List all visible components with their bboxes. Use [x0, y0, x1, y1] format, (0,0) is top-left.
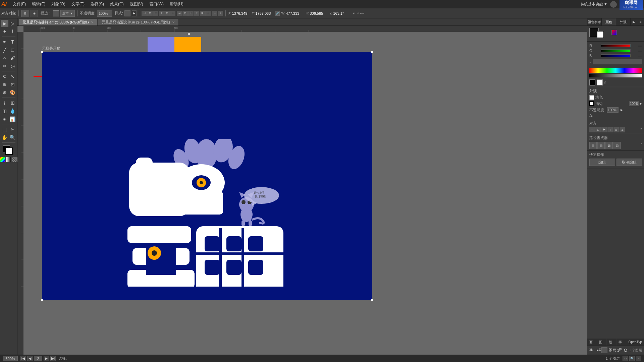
page-input[interactable] [34, 356, 42, 361]
paintbrush-tool[interactable]: 🖌 [9, 54, 16, 62]
distribute-spacing-h-btn[interactable]: ↔ [212, 11, 217, 16]
distribute-bottom-btn[interactable]: ⊥ [205, 11, 211, 16]
mesh-tool[interactable]: ⊞ [9, 99, 16, 107]
angle-dropdown[interactable]: ▼ [352, 12, 355, 15]
artboard-tool[interactable]: ⬚ [1, 126, 8, 133]
selection-mode-btn[interactable]: ⊞ [21, 10, 29, 17]
live-paint-tool[interactable]: 🎨 [9, 89, 16, 96]
g-slider[interactable] [601, 49, 631, 52]
align-b[interactable]: ⊥ [620, 127, 625, 132]
tab-panel[interactable]: 面板 [587, 339, 597, 346]
align-center-h-btn[interactable]: ⊞ [147, 11, 153, 16]
distribute-top-btn[interactable]: ⊤ [194, 11, 199, 16]
nav-first-btn[interactable]: |◀ [20, 356, 26, 361]
stroke-preview[interactable] [589, 101, 594, 106]
magic-wand-tool[interactable]: ✦ [1, 28, 8, 35]
warp-tool[interactable]: ≋ [1, 81, 8, 88]
stroke-opacity-input[interactable] [629, 101, 639, 106]
align-l[interactable]: ⊣ [589, 127, 595, 132]
hand-tool[interactable]: ✋ [1, 134, 8, 141]
shape-builder-tool[interactable]: ⊕ [1, 89, 8, 96]
pen-tool[interactable]: ✒ [1, 38, 8, 46]
panel-expand-btn[interactable]: ≡ [637, 18, 644, 25]
flip-h-btn[interactable]: ⟺ [360, 12, 364, 15]
panel-menu-btn[interactable]: ▶ [631, 18, 637, 25]
align-left-btn[interactable]: ⊣ [142, 11, 147, 16]
perspective-grid-tool[interactable]: ⟟ [1, 99, 8, 107]
link-xy-btn[interactable]: 🔗 [275, 11, 280, 16]
shear-label[interactable]: ↗ [357, 12, 359, 15]
white-swatch[interactable] [597, 79, 603, 85]
line-segment-tool[interactable]: ╱ [1, 46, 8, 54]
rect-tool[interactable]: □ [9, 46, 16, 54]
tab-0-close[interactable]: ✕ [91, 20, 94, 24]
align-center-v-btn[interactable]: ⊟ [164, 11, 170, 16]
opacity-input[interactable] [97, 10, 112, 17]
opacity-panel-input[interactable] [607, 107, 619, 113]
menu-file[interactable]: 文件(F) [10, 1, 29, 8]
opacity-expand[interactable]: ▶ [621, 108, 623, 112]
free-transform-tool[interactable]: ⊡ [9, 81, 16, 88]
fill-preview[interactable] [589, 95, 594, 100]
style-arrow[interactable]: ▶ [132, 10, 137, 16]
rpanel-tab-appearance[interactable]: 外观 [616, 18, 631, 25]
stroke-dropdown[interactable]: 基本 ▼ [60, 10, 75, 17]
black-swatch[interactable] [589, 79, 595, 85]
align-t[interactable]: ⊤ [607, 127, 613, 132]
layer-visibility-icon[interactable]: 👁 [589, 348, 594, 353]
pathfinder-exclude[interactable]: ⊡ [613, 142, 621, 149]
distribute-spacing-v-btn[interactable]: ↕ [218, 11, 223, 16]
cancel-btn[interactable]: 取消编组 [616, 159, 642, 166]
stroke-swatch[interactable] [5, 147, 13, 155]
tab-opentype[interactable]: OpenTyp [626, 339, 644, 346]
zoom-tool[interactable]: 🔍 [9, 134, 16, 141]
menu-object[interactable]: 对象(O) [49, 1, 68, 8]
rpanel-tab-color[interactable]: 颜色 [602, 18, 616, 25]
tab-1-close[interactable]: ✕ [172, 20, 175, 24]
pathfinder-minus[interactable]: ⊟ [597, 142, 605, 149]
status-icon-2[interactable]: 🔍 [629, 356, 635, 361]
color-spectrum-strip[interactable] [589, 68, 642, 73]
nav-last-btn[interactable]: ▶| [50, 356, 56, 361]
layer-options-icon[interactable] [623, 348, 628, 353]
pencil-tool[interactable]: ✏ [1, 62, 8, 70]
tab-0[interactable]: 元旦是只猫讲解.ai* @ 300% (RGB/预览) ✕ [19, 19, 97, 25]
blob-brush-tool[interactable]: ◎ [9, 62, 16, 70]
tab-layers-bottom[interactable]: 图层 [597, 339, 607, 346]
type-tool[interactable]: T [9, 38, 16, 46]
menu-text[interactable]: 文字(T) [69, 1, 87, 8]
stroke-expand-btn[interactable]: ▶ [640, 102, 642, 105]
menu-edit[interactable]: 编辑(E) [29, 1, 48, 8]
color-mode-btn[interactable] [0, 157, 5, 162]
lasso-tool[interactable]: ⌇ [9, 28, 16, 35]
menu-window[interactable]: 窗口(W) [147, 1, 166, 8]
menu-effect[interactable]: 效果(C) [107, 1, 126, 8]
distribute-right-btn[interactable]: ⊢ [188, 11, 194, 16]
distribute-center-h-btn[interactable]: ⊟ [182, 11, 188, 16]
none-mode-btn[interactable] [12, 157, 17, 162]
user-icon[interactable] [610, 1, 617, 8]
hex-input[interactable] [593, 59, 642, 64]
rotate-tool[interactable]: ↻ [1, 73, 8, 80]
stroke-color-big[interactable] [597, 31, 604, 38]
menu-help[interactable]: 帮助(H) [167, 1, 186, 8]
blend-tool[interactable]: ◈ [1, 115, 8, 123]
chart-tool[interactable]: 📊 [9, 115, 16, 123]
gradient-mode-btn[interactable] [6, 157, 11, 162]
r-slider[interactable] [601, 44, 631, 47]
direct-selection-tool[interactable]: ▷ [9, 20, 16, 27]
eyedropper-tool[interactable]: 💧 [9, 107, 16, 115]
transform-btn[interactable]: ◈ [31, 10, 38, 17]
zoom-input[interactable] [3, 356, 18, 361]
tab-1[interactable]: 元旦是只猫源文件.ai @ 100% (RGB/预览) ✕ [98, 19, 178, 25]
color-icon[interactable] [611, 30, 617, 35]
align-top-btn[interactable]: ⊤ [159, 11, 164, 16]
status-icon-1[interactable]: ⬚ [623, 356, 628, 361]
gradient-tool[interactable]: ◫ [1, 107, 8, 115]
pathfinder-unite[interactable]: ⊞ [589, 142, 597, 149]
selection-tool[interactable]: ▶ [1, 20, 8, 27]
align-right-btn[interactable]: ⊢ [153, 11, 158, 16]
b-slider[interactable] [601, 54, 631, 57]
nav-next-btn[interactable]: ▶ [44, 356, 49, 361]
pathfinder-intersect[interactable]: ⊠ [605, 142, 613, 149]
